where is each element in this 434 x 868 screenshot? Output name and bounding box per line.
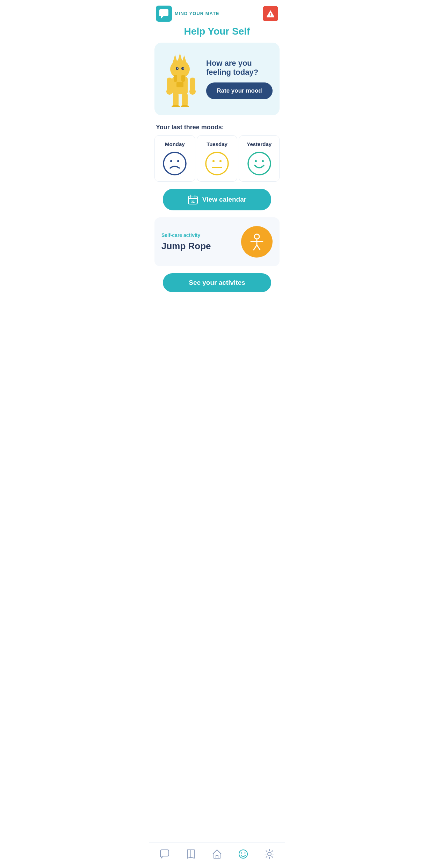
svg-point-18 — [172, 105, 180, 107]
svg-point-24 — [177, 160, 179, 162]
moods-grid: Monday Tuesday Yesterday — [149, 135, 285, 182]
svg-rect-17 — [182, 92, 188, 107]
svg-point-29 — [248, 152, 270, 175]
svg-point-5 — [170, 60, 190, 78]
mood-day-monday: Monday — [165, 141, 185, 147]
svg-point-23 — [170, 160, 172, 162]
svg-point-19 — [181, 105, 189, 107]
mood-item-monday: Monday — [154, 135, 195, 182]
logo-area: MIND YOUR MATE — [156, 6, 219, 22]
selfcare-title: Jump Rope — [161, 241, 211, 252]
mood-item-tuesday: Tuesday — [197, 135, 238, 182]
svg-point-9 — [183, 68, 184, 69]
sad-face-icon — [162, 151, 187, 176]
svg-point-37 — [254, 234, 259, 239]
svg-point-25 — [206, 152, 228, 175]
mood-item-yesterday: Yesterday — [239, 135, 280, 182]
activity-figure-icon — [247, 232, 266, 251]
see-activities-button[interactable]: See your activites — [163, 273, 271, 292]
mood-card-content: How are you feeling today? Rate your moo… — [206, 59, 273, 100]
svg-point-27 — [219, 160, 222, 162]
selfcare-activity-icon — [241, 226, 273, 258]
svg-rect-16 — [173, 92, 179, 107]
calendar-icon: 31 — [188, 194, 198, 205]
svg-rect-13 — [176, 82, 183, 87]
mood-day-tuesday: Tuesday — [207, 141, 227, 147]
svg-point-21 — [189, 88, 196, 95]
selfcare-text-area: Self-care activity Jump Rope — [161, 232, 211, 252]
happy-face-icon — [247, 151, 272, 176]
selfcare-label: Self-care activity — [161, 232, 211, 238]
svg-point-30 — [255, 160, 257, 162]
mood-day-yesterday: Yesterday — [247, 141, 272, 147]
svg-point-22 — [164, 152, 186, 175]
rate-mood-button[interactable]: Rate your mood — [206, 82, 273, 99]
header: MIND YOUR MATE ! — [149, 0, 285, 24]
character-area — [160, 51, 202, 107]
alert-button[interactable]: ! — [263, 6, 278, 21]
svg-rect-11 — [174, 75, 177, 82]
svg-rect-12 — [181, 75, 185, 82]
svg-point-26 — [212, 160, 215, 162]
neutral-face-icon — [205, 151, 229, 176]
page-title: Help Your Self — [149, 24, 285, 43]
section-title: Your last three moods: — [149, 122, 285, 135]
character-illustration — [162, 51, 200, 107]
logo-icon — [156, 6, 172, 22]
calendar-button-label: View calendar — [202, 196, 246, 203]
feeling-text: How are you feeling today? — [206, 59, 273, 77]
svg-point-8 — [177, 68, 178, 69]
selfcare-card: Self-care activity Jump Rope — [154, 217, 280, 266]
mood-card: How are you feeling today? Rate your moo… — [154, 43, 280, 115]
svg-line-41 — [257, 245, 260, 250]
svg-text:31: 31 — [191, 200, 195, 203]
view-calendar-button[interactable]: 31 View calendar — [163, 189, 271, 210]
svg-text:!: ! — [270, 12, 271, 17]
svg-point-20 — [166, 88, 173, 95]
svg-line-40 — [254, 245, 257, 250]
warning-icon: ! — [266, 10, 275, 17]
svg-point-31 — [262, 160, 264, 162]
logo-text: MIND YOUR MATE — [175, 11, 219, 16]
logo-text-main: MIND YOUR MATE — [175, 11, 219, 16]
